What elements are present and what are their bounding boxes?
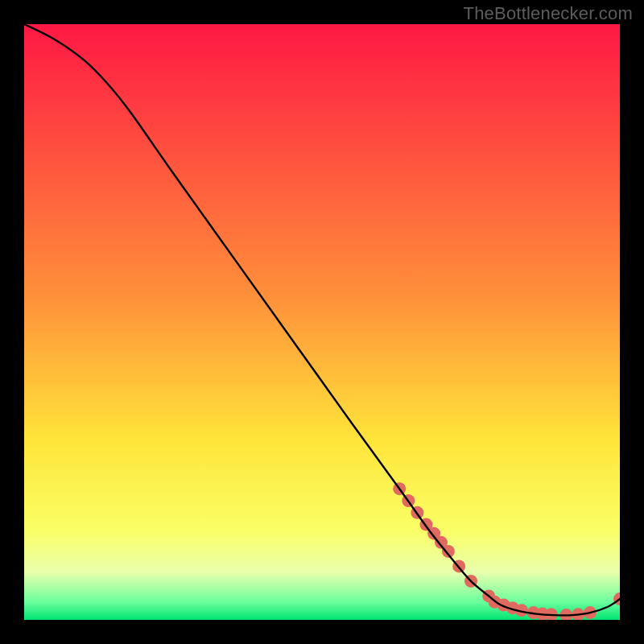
attribution-text: TheBottlenecker.com [464,3,633,24]
chart-container: TheBottlenecker.com [0,0,644,644]
plot-area [24,24,620,620]
chart-svg [24,24,620,620]
gradient-background [24,24,620,620]
